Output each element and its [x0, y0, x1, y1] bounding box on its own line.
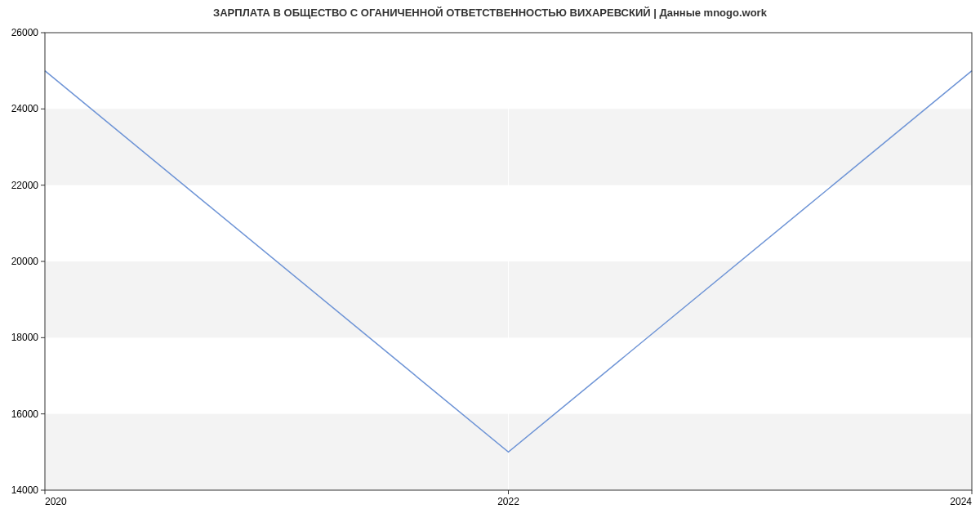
y-tick-label: 14000 — [11, 484, 39, 496]
x-tick-label: 2020 — [45, 496, 67, 507]
chart-title: ЗАРПЛАТА В ОБЩЕСТВО С ОГАНИЧЕННОЙ ОТВЕТС… — [0, 7, 980, 19]
chart-svg: 1400016000180002000022000240002600020202… — [0, 0, 980, 531]
y-tick-label: 16000 — [11, 408, 39, 420]
y-tick-label: 22000 — [11, 180, 39, 191]
y-tick-label: 24000 — [11, 103, 39, 114]
chart-container: ЗАРПЛАТА В ОБЩЕСТВО С ОГАНИЧЕННОЙ ОТВЕТС… — [0, 0, 980, 531]
y-tick-label: 26000 — [11, 27, 39, 38]
y-tick-label: 18000 — [11, 332, 39, 343]
x-tick-label: 2024 — [950, 496, 972, 507]
x-tick-label: 2022 — [497, 496, 519, 507]
y-tick-label: 20000 — [11, 256, 39, 267]
